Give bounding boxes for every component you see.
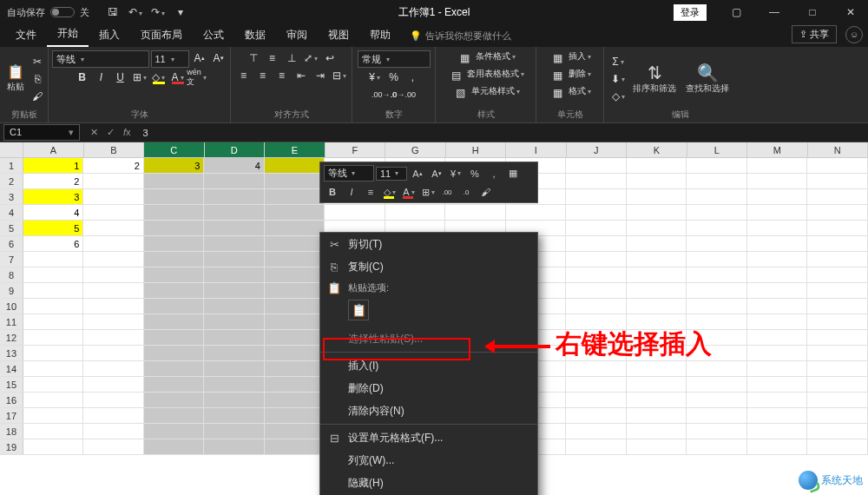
fx-icon[interactable]: fx (123, 127, 131, 138)
orientation-icon[interactable]: ⤢ (302, 50, 319, 66)
confirm-formula-icon[interactable]: ✓ (107, 127, 115, 138)
cell[interactable] (566, 174, 627, 188)
cell[interactable] (23, 299, 84, 314)
cell[interactable] (807, 158, 868, 173)
cell[interactable] (144, 252, 205, 267)
mini-inc-decimal-icon[interactable]: .00 (438, 184, 456, 200)
cell[interactable] (265, 174, 326, 188)
cell[interactable] (265, 439, 326, 454)
border-icon[interactable]: ⊞ (131, 69, 148, 85)
align-center-icon[interactable]: ≡ (254, 68, 272, 83)
cell[interactable] (83, 189, 144, 204)
currency-icon[interactable]: ¥ (366, 69, 384, 85)
column-header-B[interactable]: B (84, 142, 145, 157)
cell[interactable] (265, 361, 326, 376)
column-header-I[interactable]: I (506, 142, 567, 157)
cell[interactable]: 6 (23, 236, 84, 251)
cell[interactable]: 4 (23, 205, 84, 220)
align-bottom-icon[interactable]: ⊥ (283, 50, 300, 66)
cell[interactable] (807, 205, 868, 220)
row-header[interactable]: 1 (0, 158, 23, 173)
cell[interactable] (265, 221, 326, 235)
cell[interactable] (566, 361, 627, 376)
cell[interactable] (687, 252, 747, 267)
column-header-H[interactable]: H (446, 142, 507, 157)
cell[interactable] (23, 393, 84, 407)
cell[interactable] (566, 205, 627, 220)
cell[interactable] (83, 424, 144, 439)
cell[interactable] (687, 408, 747, 423)
cell[interactable] (204, 221, 265, 235)
cell[interactable] (265, 236, 326, 251)
cell[interactable] (265, 346, 326, 360)
format-painter-icon[interactable]: 🖌 (29, 89, 46, 104)
mini-percent-icon[interactable]: % (466, 166, 483, 182)
cell[interactable] (627, 236, 687, 251)
cell[interactable]: 3 (144, 158, 205, 173)
mini-cond-format-icon[interactable]: ▦ (504, 166, 522, 182)
cell[interactable] (627, 439, 687, 454)
cell[interactable] (687, 377, 747, 392)
cell[interactable] (687, 174, 747, 188)
cell[interactable] (23, 267, 84, 282)
cell[interactable] (204, 393, 265, 407)
tab-layout[interactable]: 页面布局 (130, 23, 193, 47)
align-right-icon[interactable]: ≡ (273, 68, 291, 83)
cell[interactable] (83, 393, 144, 407)
cell[interactable] (204, 346, 265, 360)
cell[interactable] (265, 158, 326, 173)
row-header[interactable]: 8 (0, 267, 23, 282)
align-top-icon[interactable]: ⊤ (245, 50, 262, 66)
cell[interactable] (747, 314, 808, 329)
cell[interactable] (23, 377, 84, 392)
cell[interactable] (265, 299, 326, 314)
row-header[interactable]: 18 (0, 424, 23, 439)
column-header-D[interactable]: D (205, 142, 266, 157)
cell[interactable] (265, 252, 326, 267)
cell[interactable] (23, 346, 84, 360)
mini-grow-font-icon[interactable]: A▴ (409, 166, 426, 182)
cell[interactable] (83, 283, 144, 298)
cell[interactable] (144, 377, 205, 392)
cell[interactable] (747, 283, 808, 298)
cell[interactable] (807, 174, 868, 188)
cell[interactable] (265, 424, 326, 439)
clear-icon[interactable]: ◇ (609, 89, 627, 104)
paste-option-default[interactable]: 📋 (348, 300, 369, 320)
cell[interactable]: 4 (204, 158, 265, 173)
cell[interactable] (627, 408, 687, 423)
cell[interactable] (627, 252, 687, 267)
column-header-C[interactable]: C (144, 142, 205, 157)
cell[interactable] (144, 189, 205, 204)
align-left-icon[interactable]: ≡ (235, 68, 253, 83)
cell[interactable] (747, 174, 808, 188)
ctx-format-cells[interactable]: ⊟设置单元格格式(F)... (320, 426, 537, 449)
cell[interactable] (687, 439, 747, 454)
column-header-J[interactable]: J (567, 142, 628, 157)
row-header[interactable]: 15 (0, 377, 23, 392)
cell[interactable] (566, 283, 627, 298)
increase-indent-icon[interactable]: ⇥ (312, 68, 329, 83)
bold-icon[interactable]: B (74, 69, 91, 85)
tab-help[interactable]: 帮助 (359, 23, 401, 47)
cell[interactable] (627, 174, 687, 188)
tab-view[interactable]: 视图 (318, 23, 359, 47)
cell[interactable] (627, 283, 687, 298)
row-header[interactable]: 3 (0, 189, 23, 204)
column-header-E[interactable]: E (265, 142, 326, 157)
cell[interactable] (566, 377, 627, 392)
row-header[interactable]: 11 (0, 314, 23, 329)
cell[interactable] (807, 439, 868, 454)
table-format-button[interactable]: ▤套用表格格式 (448, 68, 524, 83)
cell[interactable] (144, 408, 205, 423)
cell[interactable] (204, 205, 265, 220)
column-header-G[interactable]: G (385, 142, 446, 157)
merge-icon[interactable]: ⊟ (331, 68, 348, 83)
column-header-M[interactable]: M (747, 142, 808, 157)
cell[interactable] (204, 252, 265, 267)
cell[interactable]: 2 (83, 158, 144, 173)
cell[interactable] (747, 158, 808, 173)
cell[interactable] (144, 330, 205, 345)
cell[interactable] (627, 299, 687, 314)
cell[interactable] (144, 424, 205, 439)
